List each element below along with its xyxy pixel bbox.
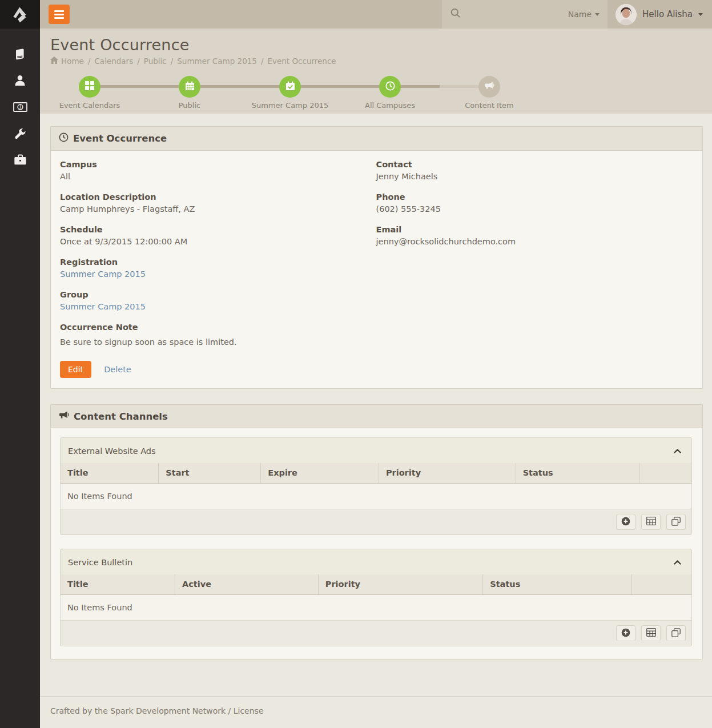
grid-options-button[interactable] <box>641 625 661 641</box>
grid-actions <box>61 621 691 646</box>
search-input[interactable] <box>466 10 564 19</box>
column-header-status[interactable]: Status <box>482 574 631 594</box>
field-occurrence-note: Occurrence Note Be sure to signup soon a… <box>60 323 376 348</box>
chevron-down-icon <box>698 13 703 16</box>
calendar-grid-icon <box>85 81 94 92</box>
page-title: Event Occurrence <box>50 36 712 54</box>
column-header-empty <box>631 574 691 594</box>
wizard-step-label: Public <box>139 101 240 110</box>
field-label: Phone <box>376 192 693 202</box>
sidebar-nav: 1 <box>0 29 40 174</box>
person-icon <box>14 74 26 89</box>
sidebar-item-intranet[interactable] <box>0 42 40 69</box>
table-icon <box>646 517 656 527</box>
search-type-dropdown[interactable]: Name <box>568 10 600 19</box>
grid-title: Service Bulletin <box>68 558 132 567</box>
edit-button[interactable]: Edit <box>60 361 91 378</box>
license-link[interactable]: License <box>234 706 264 715</box>
sidebar-item-people[interactable] <box>0 69 40 95</box>
add-item-button[interactable] <box>616 514 635 530</box>
grid-title: External Website Ads <box>68 447 156 456</box>
sidebar-item-workplace[interactable] <box>0 147 40 174</box>
rock-logo[interactable] <box>0 0 40 29</box>
grid-actions <box>61 509 691 534</box>
chevron-up-icon <box>674 447 681 455</box>
menu-toggle-button[interactable] <box>49 5 70 24</box>
bullhorn-icon <box>59 411 69 422</box>
grid-column-headers: Title Active Priority Status <box>61 574 691 595</box>
avatar <box>616 4 637 25</box>
column-header-start[interactable]: Start <box>158 463 260 483</box>
column-header-title[interactable]: Title <box>61 463 158 483</box>
briefcase-icon <box>14 154 27 168</box>
grid-empty-row: No Items Found <box>61 595 691 621</box>
field-label: Schedule <box>60 225 376 234</box>
content-area: Event Occurrence Campus All Location Des… <box>40 114 712 659</box>
field-registration: Registration Summer Camp 2015 <box>60 258 376 280</box>
copy-button[interactable] <box>666 514 686 530</box>
field-location-description: Location Description Camp Humphreys - Fl… <box>60 192 376 215</box>
breadcrumb-calendars[interactable]: Calendars <box>88 57 133 66</box>
svg-text:1: 1 <box>18 104 21 110</box>
field-value: Jenny Michaels <box>376 171 693 183</box>
column-header-status[interactable]: Status <box>516 463 640 483</box>
column-header-priority[interactable]: Priority <box>318 574 482 594</box>
chevron-down-icon <box>595 13 600 16</box>
field-label: Contact <box>376 160 693 169</box>
event-occurrence-panel: Event Occurrence Campus All Location Des… <box>50 126 703 389</box>
delete-link[interactable]: Delete <box>104 365 131 374</box>
add-item-button[interactable] <box>616 625 635 641</box>
wizard-step-label: Content Item <box>439 101 540 110</box>
breadcrumb: Home Calendars Public Summer Camp 2015 E… <box>50 57 712 66</box>
sidebar: 1 <box>0 0 40 728</box>
user-menu[interactable]: Hello Alisha <box>608 0 712 29</box>
panel-actions: Edit Delete <box>60 361 692 378</box>
clock-icon <box>59 132 69 144</box>
field-value: (602) 555-3245 <box>376 203 693 215</box>
plus-circle-icon <box>621 517 630 528</box>
sidebar-item-tools[interactable] <box>0 121 40 147</box>
grid-options-button[interactable] <box>641 514 661 530</box>
page-header: Event Occurrence Home Calendars Public S… <box>40 29 712 114</box>
registration-link[interactable]: Summer Camp 2015 <box>60 268 146 280</box>
site-footer: Crafted by the Spark Development Network… <box>40 696 712 725</box>
field-value: Camp Humphreys - Flagstaff, AZ <box>60 203 376 215</box>
column-header-empty <box>639 463 691 483</box>
column-header-expire[interactable]: Expire <box>260 463 379 483</box>
sidebar-item-finance[interactable]: 1 <box>0 95 40 121</box>
wizard-step-content-item <box>478 76 500 98</box>
breadcrumb-public[interactable]: Public <box>137 57 167 66</box>
book-icon <box>14 48 26 63</box>
group-link[interactable]: Summer Camp 2015 <box>60 301 146 313</box>
field-campus: Campus All <box>60 160 376 183</box>
wizard-step-label: Summer Camp 2015 <box>240 101 340 110</box>
fields-right-column: Contact Jenny Michaels Phone (602) 555-3… <box>376 160 693 358</box>
grid-header: External Website Ads <box>61 438 691 463</box>
field-email: Email jenny@rocksolidchurchdemo.com <box>376 225 693 248</box>
column-header-priority[interactable]: Priority <box>379 463 516 483</box>
panel-title: Content Channels <box>74 411 168 422</box>
calendar-check-icon <box>285 81 295 93</box>
wizard-step-public[interactable] <box>179 76 200 98</box>
field-label: Email <box>376 225 693 234</box>
wizard-step-label: All Campuses <box>340 101 440 110</box>
home-icon <box>50 57 58 66</box>
search-bar: Name <box>442 0 608 29</box>
wizard-step-summer-camp[interactable] <box>279 76 301 98</box>
field-label: Registration <box>60 258 376 267</box>
clock-icon <box>385 81 395 93</box>
wizard-stepper: Event Calendars Public <box>40 71 712 114</box>
breadcrumb-summer-camp[interactable]: Summer Camp 2015 <box>171 57 257 66</box>
collapse-button[interactable] <box>671 445 683 456</box>
wizard-step-all-campuses[interactable] <box>379 76 401 98</box>
column-header-title[interactable]: Title <box>61 574 175 594</box>
wizard-step-event-calendars[interactable] <box>79 76 100 98</box>
copy-button[interactable] <box>666 625 686 641</box>
field-value: Be sure to signup soon as space is limit… <box>60 336 376 348</box>
breadcrumb-home[interactable]: Home <box>61 57 84 66</box>
search-icon <box>450 7 461 21</box>
collapse-button[interactable] <box>671 557 683 568</box>
column-header-active[interactable]: Active <box>175 574 318 594</box>
user-greeting: Hello Alisha <box>642 9 693 19</box>
copy-icon <box>671 517 681 528</box>
